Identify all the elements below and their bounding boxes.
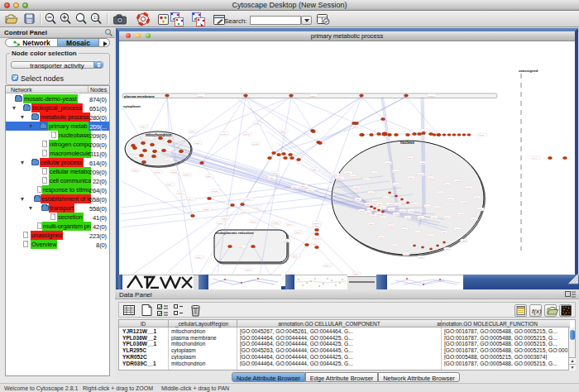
svg-text:YxB.P: YxB.P [442,232,447,233]
svg-text:YxH.P: YxH.P [295,232,301,233]
svg-text:YxL.X: YxL.X [364,179,370,180]
svg-text:YxJ.V: YxJ.V [405,217,410,218]
svg-text:YxJ.J: YxJ.J [254,207,259,208]
svg-text:YxZ.R: YxZ.R [332,174,337,175]
svg-text:YxM.R: YxM.R [428,95,434,97]
svg-text:YxX.F: YxX.F [287,223,293,225]
svg-text:YxL.X: YxL.X [471,218,477,220]
svg-text:YxD.T: YxD.T [292,255,298,256]
svg-text:YxJ.N: YxJ.N [189,131,194,132]
svg-text:YxL.T: YxL.T [428,235,434,237]
svg-text:YxS.B: YxS.B [283,240,289,241]
svg-text:1:1: 1:1 [93,16,99,20]
svg-text:YxI.V: YxI.V [146,137,151,139]
svg-text:YxP.P: YxP.P [345,172,351,174]
svg-text:YxT.L: YxT.L [478,208,483,210]
svg-text:YxB.L: YxB.L [204,208,210,210]
svg-text:YxR.B: YxR.B [455,180,461,182]
svg-text:YxG.X: YxG.X [165,159,171,160]
svg-text:YxF.N: YxF.N [359,210,364,212]
svg-text:plasma membrane: plasma membrane [124,94,155,98]
svg-text:YxR.V: YxR.V [196,256,202,258]
svg-text:YxF.L: YxF.L [402,228,407,230]
svg-text:unassigned: unassigned [519,69,538,73]
svg-text:YxX.Q: YxX.Q [244,133,250,135]
svg-text:YxD.H: YxD.H [313,225,319,227]
svg-text:YxC.R: YxC.R [184,174,189,175]
svg-text:YxZ.D: YxZ.D [462,202,467,203]
svg-text:YxV.F: YxV.F [394,184,400,185]
svg-text:YxN.O: YxN.O [171,171,177,173]
svg-text:YxZ.R: YxZ.R [310,95,316,97]
svg-text:YxD.N: YxD.N [400,210,406,212]
svg-text:YxV.Q: YxV.Q [221,133,227,135]
svg-text:YxP.D: YxP.D [194,142,200,144]
svg-text:YxZ.R: YxZ.R [353,273,359,275]
svg-text:YxB.L: YxB.L [312,169,318,170]
svg-text:YxL.V: YxL.V [428,177,434,179]
svg-text:YxV.T: YxV.T [351,175,356,177]
svg-text:YxR.E: YxR.E [218,222,223,224]
svg-text:YxB.V: YxB.V [269,177,275,179]
svg-text:YxP.V: YxP.V [475,197,481,198]
svg-text:YxV.R: YxV.R [394,213,400,215]
svg-text:YxV.R: YxV.R [479,134,485,136]
svg-text:YxH.X: YxH.X [188,198,194,200]
svg-text:YxF.V: YxF.V [380,217,385,218]
svg-text:YxV.N: YxV.N [394,170,400,172]
svg-text:YxW.W: YxW.W [222,218,228,219]
svg-text:YxH.H: YxH.H [425,205,431,207]
svg-text:YxT.O: YxT.O [155,171,160,173]
svg-text:YxZ.H: YxZ.H [353,126,359,127]
svg-text:endoplasmic reticulum: endoplasmic reticulum [216,231,254,235]
svg-text:YxQ.H: YxQ.H [324,265,330,266]
svg-text:YxJ.X: YxJ.X [448,198,453,200]
svg-text:YxV.P: YxV.P [178,192,184,194]
svg-text:YxF.C: YxF.C [251,221,256,222]
svg-text:YxC.F: YxC.F [313,243,318,245]
svg-text:YxQ.I: YxQ.I [238,246,243,247]
svg-text:YxB.X: YxB.X [356,198,361,200]
svg-text:YxP.H: YxP.H [389,225,395,227]
svg-text:f(x): f(x) [532,308,542,315]
svg-text:YxR.P: YxR.P [369,192,375,194]
svg-text:nucleus: nucleus [400,141,415,145]
svg-text:YxI.V: YxI.V [533,157,538,159]
svg-text:YxZ.B: YxZ.B [462,240,467,241]
svg-text:YxC.H: YxC.H [141,126,146,127]
svg-text:YxN.V: YxN.V [409,177,414,179]
svg-text:YxH.E: YxH.E [252,143,258,145]
svg-text:YxE.M: YxE.M [422,130,428,131]
svg-text:YxG.D: YxG.D [273,222,279,223]
svg-text:YxL.N: YxL.N [213,190,218,192]
svg-text:YxS.M: YxS.M [132,170,138,171]
svg-text:YxP.N: YxP.N [280,131,286,132]
svg-text:YxJ.V: YxJ.V [384,197,389,198]
svg-text:YxP.L: YxP.L [389,208,395,210]
svg-text:YxT.J: YxT.J [435,207,440,208]
svg-text:YxV.B: YxV.B [372,200,378,202]
svg-text:YxU.O: YxU.O [242,211,247,213]
svg-text:YxF.P: YxF.P [272,172,277,174]
svg-text:YxL.D: YxL.D [385,162,391,164]
svg-text:YxF.J: YxF.J [467,187,471,189]
svg-text:YxV.P: YxV.P [415,232,421,233]
svg-text:YxT.R: YxT.R [198,95,203,97]
svg-text:mitochondrion: mitochondrion [146,133,172,137]
svg-text:YxZ.R: YxZ.R [419,174,424,175]
svg-text:YxF.V: YxF.V [445,217,450,218]
svg-text:YxB.F: YxB.F [377,203,383,205]
svg-text:YxD.V: YxD.V [379,237,385,238]
svg-text:YxV.R: YxV.R [458,213,464,215]
svg-text:YxZ.V: YxZ.V [419,256,424,258]
svg-text:YxZ.M: YxZ.M [246,269,251,270]
svg-text:YxZ.V: YxZ.V [419,217,424,218]
svg-text:YxV.M: YxV.M [307,189,313,191]
svg-text:YxR.L: YxR.L [455,228,461,230]
svg-text:YxZ.J: YxZ.J [354,187,359,189]
svg-text:YxR.F: YxR.F [412,203,418,205]
svg-text:YxN.H: YxN.H [300,185,306,187]
svg-text:YxV.P: YxV.P [372,172,378,174]
svg-text:YxD.I: YxD.I [292,186,297,188]
svg-text:YxN.N: YxN.N [409,210,414,212]
